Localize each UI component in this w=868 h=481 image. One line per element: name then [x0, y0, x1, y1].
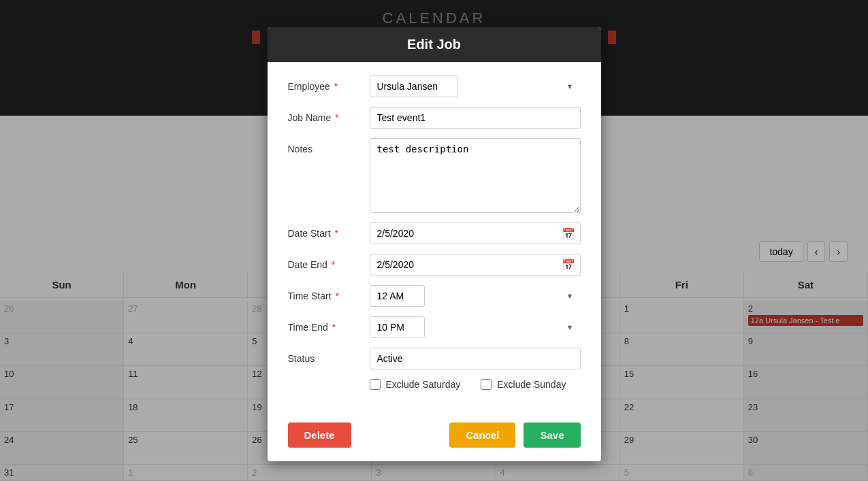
time-end-select[interactable]: 12 AM1 AM2 AM3 AM4 AM5 AM6 AM7 AM8 AM9 A… [370, 316, 425, 338]
job-name-input[interactable] [370, 107, 581, 129]
employee-select-wrapper: Ursula JansenJohn SmithJane Doe [370, 76, 581, 97]
time-end-row: Time End * 12 AM1 AM2 AM3 AM4 AM5 AM6 AM… [288, 316, 581, 338]
modal-overlay: Edit Job Employee * Ursula JansenJohn Sm… [0, 0, 868, 481]
date-start-row: Date Start * 📅 [288, 222, 581, 244]
status-label: Status [288, 348, 370, 364]
date-end-row: Date End * 📅 [288, 254, 581, 276]
time-start-select-wrapper: 12 AM1 AM2 AM3 AM4 AM5 AM6 AM7 AM8 AM9 A… [370, 285, 581, 307]
calendar-icon-start[interactable]: 📅 [562, 227, 575, 240]
exclude-saturday-label[interactable]: Exclude Saturday [370, 379, 461, 390]
exclude-saturday-checkbox[interactable] [370, 379, 381, 390]
employee-required: * [332, 81, 338, 92]
checkbox-row: Exclude Saturday Exclude Sunday [370, 379, 581, 390]
time-end-label: Time End * [288, 316, 370, 333]
modal-body: Employee * Ursula JansenJohn SmithJane D… [268, 62, 601, 416]
time-start-row: Time Start * 12 AM1 AM2 AM3 AM4 AM5 AM6 … [288, 285, 581, 307]
date-end-input[interactable] [370, 254, 581, 276]
status-row: Status [288, 348, 581, 369]
employee-row: Employee * Ursula JansenJohn SmithJane D… [288, 76, 581, 97]
employee-label: Employee * [288, 76, 370, 92]
time-end-select-wrapper: 12 AM1 AM2 AM3 AM4 AM5 AM6 AM7 AM8 AM9 A… [370, 316, 581, 338]
modal-header: Edit Job [268, 27, 601, 62]
footer-right-buttons: Cancel Save [449, 422, 580, 448]
employee-select[interactable]: Ursula JansenJohn SmithJane Doe [370, 76, 458, 97]
modal-title: Edit Job [407, 37, 461, 52]
notes-label: Notes [288, 138, 370, 154]
date-start-label: Date Start * [288, 222, 370, 239]
exclude-sunday-checkbox[interactable] [481, 379, 492, 390]
status-input[interactable] [370, 348, 581, 369]
date-start-wrapper: 📅 [370, 222, 581, 244]
delete-button[interactable]: Delete [288, 422, 351, 448]
date-end-wrapper: 📅 [370, 254, 581, 276]
job-name-row: Job Name * [288, 107, 581, 129]
edit-job-modal: Edit Job Employee * Ursula JansenJohn Sm… [268, 27, 601, 461]
modal-footer: Delete Cancel Save [268, 416, 601, 461]
date-start-input[interactable] [370, 222, 581, 244]
date-end-label: Date End * [288, 254, 370, 270]
save-button[interactable]: Save [524, 422, 580, 448]
time-start-select[interactable]: 12 AM1 AM2 AM3 AM4 AM5 AM6 AM7 AM8 AM9 A… [370, 285, 425, 307]
notes-textarea[interactable] [370, 138, 581, 213]
time-start-label: Time Start * [288, 285, 370, 301]
calendar-icon-end[interactable]: 📅 [562, 259, 575, 271]
job-name-label: Job Name * [288, 107, 370, 123]
notes-row: Notes [288, 138, 581, 213]
exclude-sunday-label[interactable]: Exclude Sunday [481, 379, 566, 390]
cancel-button[interactable]: Cancel [449, 422, 515, 448]
